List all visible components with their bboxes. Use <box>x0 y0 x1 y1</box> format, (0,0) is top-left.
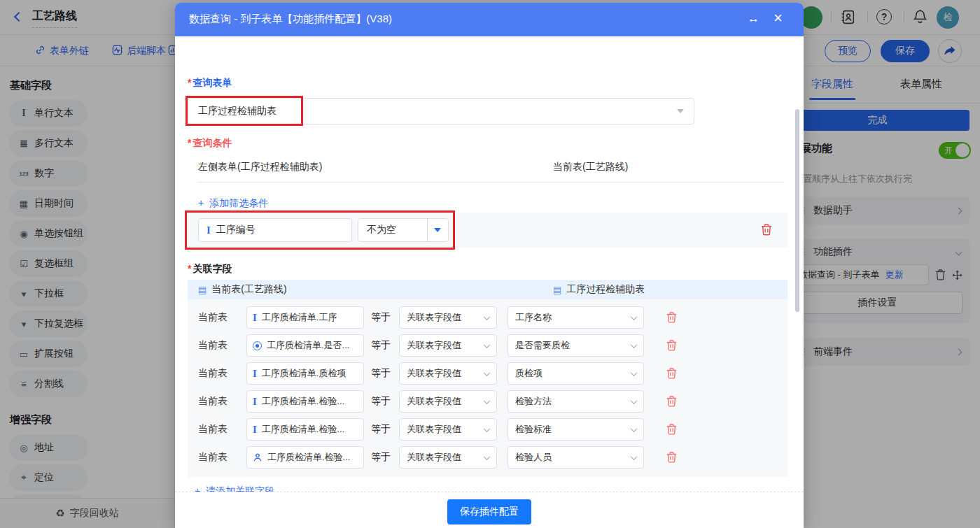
text-field-icon: I <box>253 369 257 379</box>
plugin-config-modal: 数据查询 - 到子表单【功能插件配置】(V38) ↔ × *查询表单 工序过程检… <box>175 3 804 528</box>
filter-operator-select[interactable]: 不为空 <box>358 218 449 242</box>
row-field-input[interactable]: 工序质检清单.是否... <box>246 334 364 357</box>
condition-column-right: 当前表(工艺路线) <box>553 161 628 173</box>
chevron-down-icon <box>484 313 491 320</box>
row-operator-label: 等于 <box>371 311 391 324</box>
close-icon[interactable]: × <box>774 9 783 27</box>
delete-row-icon[interactable] <box>666 424 677 435</box>
row-target-value: 检验标准 <box>515 423 552 436</box>
chevron-down-icon <box>631 313 638 320</box>
filter-field-input[interactable]: I 工序编号 <box>198 218 352 242</box>
row-target-select[interactable]: 工序名称 <box>507 306 644 329</box>
row-field-value: 工序质检清单.质检项 <box>262 367 346 380</box>
delete-filter-icon[interactable] <box>761 224 772 236</box>
relation-table-header: ▤ 当前表(工艺路线) ▤ 工序过程检辅助表 <box>188 280 788 299</box>
row-mid-select[interactable]: 关联表字段值 <box>399 418 497 441</box>
row-mid-value: 关联表字段值 <box>407 367 461 380</box>
query-condition-label: *查询条件 <box>188 137 232 150</box>
chevron-down-icon <box>484 453 491 460</box>
row-source-label: 当前表 <box>198 395 227 408</box>
row-source-label: 当前表 <box>198 423 227 436</box>
relation-table: ▤ 当前表(工艺路线) ▤ 工序过程检辅助表 当前表I工序质检清单.工序等于关联… <box>188 280 788 477</box>
delete-row-icon[interactable] <box>666 312 677 323</box>
row-field-input[interactable]: I工序质检清单.检验... <box>246 418 364 441</box>
row-target-select[interactable]: 检验方法 <box>507 390 644 413</box>
row-source-label: 当前表 <box>198 367 227 380</box>
add-filter-link[interactable]: +添加筛选条件 <box>198 197 268 210</box>
relation-row: 当前表工序质检清单.检验...等于关联表字段值检验人员 <box>188 443 788 471</box>
required-asterisk: * <box>188 263 191 274</box>
expand-icon[interactable]: ↔ <box>748 12 760 26</box>
plus-icon: + <box>198 197 204 208</box>
relation-row: 当前表I工序质检清单.质检项等于关联表字段值质检项 <box>188 359 788 387</box>
row-field-input[interactable]: 工序质检清单.检验... <box>246 446 364 469</box>
row-target-value: 质检项 <box>515 367 542 380</box>
row-field-value: 工序质检清单.是否... <box>267 339 349 352</box>
row-source-label: 当前表 <box>198 311 227 324</box>
dropdown-arrow-icon <box>434 228 441 232</box>
chevron-down-icon <box>631 369 638 376</box>
form-icon: ▤ <box>198 285 206 295</box>
row-field-value: 工序质检清单.工序 <box>262 311 337 324</box>
relation-row: 当前表工序质检清单.是否...等于关联表字段值是否需要质检 <box>188 331 788 359</box>
relation-row: 当前表I工序质检清单.检验...等于关联表字段值检验标准 <box>188 415 788 443</box>
delete-row-icon[interactable] <box>666 368 677 379</box>
query-form-label: *查询表单 <box>188 77 232 90</box>
query-form-select[interactable]: 工序过程检辅助表 <box>188 98 694 124</box>
row-mid-select[interactable]: 关联表字段值 <box>399 390 497 413</box>
row-target-select[interactable]: 检验标准 <box>507 418 644 441</box>
row-source-label: 当前表 <box>198 339 227 352</box>
modal-scrollbar[interactable] <box>795 109 799 312</box>
save-plugin-config-button[interactable]: 保存插件配置 <box>447 499 531 525</box>
row-operator-label: 等于 <box>371 451 391 464</box>
chevron-down-icon <box>484 425 491 432</box>
row-operator-label: 等于 <box>371 339 391 352</box>
filter-operator-value: 不为空 <box>367 224 396 236</box>
row-mid-value: 关联表字段值 <box>407 451 461 464</box>
delete-row-icon[interactable] <box>666 452 677 463</box>
chevron-down-icon <box>631 397 638 404</box>
row-target-select[interactable]: 是否需要质检 <box>507 334 644 357</box>
row-field-input[interactable]: I工序质检清单.检验... <box>246 390 364 413</box>
row-target-value: 是否需要质检 <box>515 339 570 352</box>
row-operator-label: 等于 <box>371 395 391 408</box>
row-mid-select[interactable]: 关联表字段值 <box>399 362 497 385</box>
divider <box>427 219 428 241</box>
row-target-select[interactable]: 质检项 <box>507 362 644 385</box>
row-field-value: 工序质检清单.检验... <box>267 451 350 464</box>
relation-fields-label: *关联字段 <box>188 263 232 276</box>
divider <box>198 182 784 183</box>
modal-header: 数据查询 - 到子表单【功能插件配置】(V38) ↔ × <box>175 3 804 36</box>
row-mid-select[interactable]: 关联表字段值 <box>399 334 497 357</box>
delete-row-icon[interactable] <box>666 340 677 351</box>
row-operator-label: 等于 <box>371 367 391 380</box>
row-mid-value: 关联表字段值 <box>407 311 461 324</box>
query-form-value: 工序过程检辅助表 <box>198 105 276 117</box>
row-field-input[interactable]: I工序质检清单.工序 <box>246 306 364 329</box>
row-mid-select[interactable]: 关联表字段值 <box>399 446 497 469</box>
row-target-value: 工序名称 <box>515 311 552 324</box>
row-field-input[interactable]: I工序质检清单.质检项 <box>246 362 364 385</box>
app-root: 工艺路线 ? 检 <box>0 0 980 528</box>
required-asterisk: * <box>188 77 191 88</box>
modal-body: *查询表单 工序过程检辅助表 *查询条件 左侧表单(工序过程检辅助表) 当前表(… <box>175 36 804 492</box>
filter-field-value: 工序编号 <box>216 224 255 236</box>
condition-column-left: 左侧表单(工序过程检辅助表) <box>198 161 322 173</box>
row-source-label: 当前表 <box>198 451 227 464</box>
row-mid-value: 关联表字段值 <box>407 423 461 436</box>
row-mid-select[interactable]: 关联表字段值 <box>399 306 497 329</box>
chevron-down-icon <box>631 341 638 348</box>
chevron-down-icon <box>484 341 491 348</box>
chevron-down-icon <box>484 397 491 404</box>
modal-footer: 保存插件配置 <box>175 492 804 528</box>
text-field-icon: I <box>253 313 257 323</box>
relation-header-left: 当前表(工艺路线) <box>211 283 286 296</box>
row-target-value: 检验人员 <box>515 451 552 464</box>
relation-header-right: 工序过程检辅助表 <box>566 283 645 296</box>
row-target-select[interactable]: 检验人员 <box>507 446 644 469</box>
relation-row: 当前表I工序质检清单.检验...等于关联表字段值检验方法 <box>188 387 788 415</box>
delete-row-icon[interactable] <box>666 396 677 407</box>
person-field-icon <box>253 452 262 462</box>
row-mid-value: 关联表字段值 <box>407 339 461 352</box>
radio-field-icon <box>253 341 262 350</box>
